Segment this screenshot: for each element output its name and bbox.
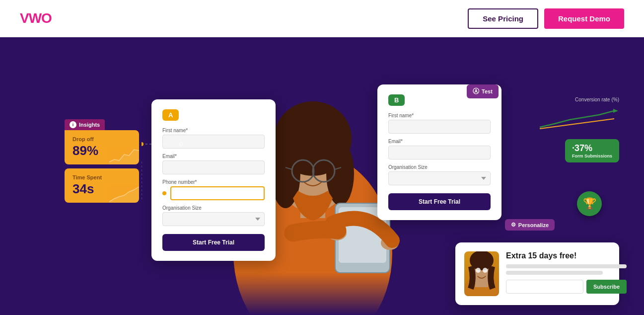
stats-badge: ·37% Form Submissions (565, 139, 619, 162)
insights-card: i Insights Drop off 89% Time Spent 34s (65, 119, 139, 203)
personalize-title: Extra 15 days free! (506, 251, 627, 260)
form-b-cta-button[interactable]: Start Free Trial (388, 193, 491, 210)
svg-point-28 (483, 268, 488, 273)
form-a-cta-button[interactable]: Start Free Trial (162, 234, 265, 251)
form-a-org-group: Organisation Size (162, 205, 265, 226)
personalize-lines (506, 264, 627, 275)
svg-point-18 (142, 142, 143, 146)
form-b-email-input[interactable] (388, 146, 491, 159)
trophy-badge: 🏆 (577, 191, 602, 216)
form-b-org-group: Organisation Size (388, 164, 491, 185)
svg-point-27 (476, 268, 481, 273)
timespent-chart (109, 183, 139, 203)
personalize-person-thumb (464, 251, 499, 296)
form-b-email-group: Email* (388, 139, 491, 159)
form-b-org-select[interactable] (388, 171, 491, 185)
insights-icon: i (70, 121, 76, 128)
conversion-chart: Conversion rate (%) (540, 97, 619, 134)
form-b-firstname-input[interactable] (388, 120, 491, 134)
timespent-label: Time Spent (72, 174, 131, 180)
personalize-email-input[interactable] (506, 280, 583, 294)
logo-v: V (20, 10, 29, 26)
personalize-line-2 (506, 271, 603, 275)
personalize-badge: ⚙ Personalize (505, 219, 555, 231)
dropoff-label: Drop off (72, 136, 131, 142)
svg-rect-15 (209, 273, 417, 315)
personalize-card: Extra 15 days free! Subscribe (455, 242, 619, 305)
phone-indicator-dot (162, 191, 166, 195)
stats-sub: Form Submissions (572, 154, 612, 158)
logo: VWO (20, 10, 52, 26)
see-pricing-button[interactable]: See Pricing (468, 8, 538, 29)
test-badge: Ⓐ Test (467, 84, 499, 98)
form-b-card: B First name* Email* Organisation Size S… (377, 84, 501, 220)
personalize-icon: ⚙ (511, 222, 516, 228)
variant-a-badge: A (162, 109, 179, 121)
header-actions: See Pricing Request Demo (468, 8, 624, 29)
dropoff-card: Drop off 89% (65, 130, 139, 164)
header: VWO See Pricing Request Demo (0, 0, 644, 37)
stats-value: ·37% (572, 143, 612, 154)
dropoff-chart (109, 145, 139, 164)
subscribe-button[interactable]: Subscribe (586, 280, 627, 294)
insights-label: i Insights (65, 119, 105, 130)
variant-b-badge: B (388, 94, 405, 106)
personalize-content: Extra 15 days free! Subscribe (506, 251, 627, 294)
request-demo-button[interactable]: Request Demo (544, 8, 624, 29)
test-icon: Ⓐ (473, 87, 479, 96)
connector-a (142, 129, 241, 189)
hero-section: i Insights Drop off 89% Time Spent 34s (0, 37, 644, 315)
form-a-org-select[interactable] (162, 212, 265, 226)
conversion-label: Conversion rate (%) (540, 97, 619, 102)
logo-wo: WO (29, 10, 52, 26)
form-b-firstname-group: First name* (388, 113, 491, 134)
conversion-chart-svg (540, 105, 619, 132)
svg-marker-22 (613, 109, 618, 113)
personalize-line-1 (506, 264, 627, 268)
svg-marker-16 (109, 150, 139, 164)
personalize-input-row: Subscribe (506, 280, 627, 294)
timespent-card: Time Spent 34s (65, 168, 139, 203)
